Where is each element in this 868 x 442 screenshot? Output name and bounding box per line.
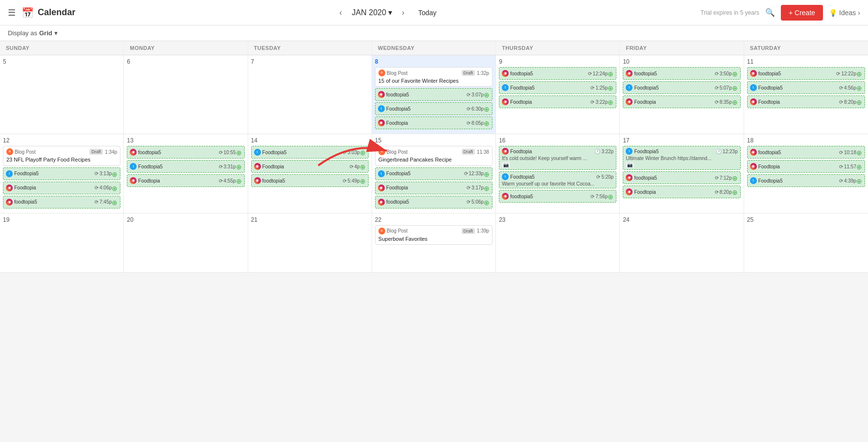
social-sun12-1[interactable]: tFoodtopia5 ⟳3:13p ⊕ bbox=[3, 167, 120, 180]
ig-icon: ◉ bbox=[130, 149, 137, 156]
cell-wed-8: 8 ≡ Blog Post Draft 1:32p 15 of our Favo… bbox=[372, 55, 496, 134]
social-sun12-2[interactable]: ◉Foodtopia ⟳4:06p ⊕ bbox=[3, 182, 120, 194]
cell-thu-16: 16 ◉Foodtopia 🕐3:22p It's cold outside! … bbox=[496, 134, 620, 212]
next-month-button[interactable]: › bbox=[398, 6, 408, 19]
social-thu16-3[interactable]: ◉foodtopia5 ⟳7:56p ⊕ bbox=[499, 190, 616, 203]
social-sun12-3[interactable]: ◉foodtopia5 ⟳7:45p ⊕ bbox=[3, 196, 120, 209]
social-sat11-1[interactable]: ◉foodtopia5 ⟳12:22p ⊕ bbox=[747, 67, 865, 80]
social-wed15-1[interactable]: tFoodtopia5 ⟳12:33p ⊕ bbox=[375, 167, 493, 180]
date-21: 21 bbox=[251, 216, 369, 223]
ig-icon-2: ◉ bbox=[626, 98, 633, 105]
ig-icon-2: ◉ bbox=[130, 177, 137, 184]
social-tue14-2[interactable]: ◉Foodtopia ⟳4p ⊕ bbox=[251, 160, 369, 173]
social-thu16-2[interactable]: tFoodtopia5 ⟳5:20p Warm yourself up our … bbox=[499, 171, 616, 188]
date-6: 6 bbox=[127, 58, 244, 65]
social-thu9-3[interactable]: ◉Foodtopia ⟳3:22p ⊕ bbox=[499, 95, 616, 108]
create-button[interactable]: + Create bbox=[781, 5, 823, 21]
week-row-2: 12 ≡ Blog Post Draft 1:34p 23 NFL Playof… bbox=[0, 134, 868, 213]
day-sunday: SUNDAY bbox=[0, 41, 124, 55]
blog-post-superbowl[interactable]: ≡ Blog Post Draft 1:39p Superbowl Favori… bbox=[375, 225, 493, 245]
add-icon-3[interactable]: ⊕ bbox=[484, 119, 490, 127]
week-row-1: 5 6 7 8 ≡ Blog Post bbox=[0, 55, 868, 134]
social-fri10-3[interactable]: ◉Foodtopia ⟳8:35p ⊕ bbox=[623, 95, 740, 108]
social-event-foodtopia-8-05p[interactable]: ◉ Foodtopia ⟳ 8:05p ⊕ bbox=[375, 116, 493, 129]
social-event-foodtopia5-6-30p[interactable]: t Foodtopia5 ⟳ 6:30p ⊕ bbox=[375, 102, 493, 115]
instagram-icon-2: ◉ bbox=[378, 119, 385, 126]
social-wed15-3[interactable]: ◉foodtopia5 ⟳5:06p ⊕ bbox=[375, 196, 493, 209]
date-14: 14 bbox=[251, 137, 369, 144]
blog-post-header: ≡ Blog Post Draft 1:32p bbox=[378, 70, 489, 76]
ideas-button[interactable]: 💡 Ideas › bbox=[829, 9, 860, 17]
ig-icon-2: ◉ bbox=[502, 98, 509, 105]
ig-icon: ◉ bbox=[502, 70, 509, 77]
cell-sat-25: 25 bbox=[744, 213, 868, 272]
social-event-foodtopia5-3-07p[interactable]: ◉ foodtopia5 ⟳ 3:07p ⊕ bbox=[375, 88, 493, 101]
cell-fri-10: 10 ◉foodtopia5 ⟳3:50p ⊕ tFoodtopia5 ⟳5:0… bbox=[620, 55, 744, 134]
social-fri17-2[interactable]: ◉foodtopia5 ⟳7:12p ⊕ bbox=[623, 171, 740, 184]
date-19: 19 bbox=[3, 216, 120, 223]
hamburger-menu[interactable]: ☰ bbox=[8, 7, 16, 18]
social-tue14-1[interactable]: tFoodtopia5 ⟳3:03p ⊕ bbox=[251, 146, 369, 159]
social-mon13-3[interactable]: ◉Foodtopia ⟳4:55p ⊕ bbox=[127, 174, 244, 187]
social-fri10-1[interactable]: ◉foodtopia5 ⟳3:50p ⊕ bbox=[623, 67, 740, 80]
social-sat18-1[interactable]: ◉foodtopia5 ⟳10:18 ⊕ bbox=[747, 146, 865, 159]
tw-icon: t bbox=[750, 177, 757, 184]
blog-post-nfl[interactable]: ≡ Blog Post Draft 1:34p 23 NFL Playoff P… bbox=[3, 146, 120, 165]
instagram-icon: ◉ bbox=[378, 91, 385, 98]
date-18: 18 bbox=[747, 137, 865, 144]
date-8: 8 bbox=[375, 58, 493, 65]
social-thu16-1[interactable]: ◉Foodtopia 🕐3:22p It's cold outside! Kee… bbox=[499, 146, 616, 170]
superbowl-title: Superbowl Favorites bbox=[378, 235, 427, 242]
app-name: Calendar bbox=[38, 7, 75, 18]
social-wed15-2[interactable]: ◉Foodtopia ⟳3:17p ⊕ bbox=[375, 182, 493, 194]
blog-post-gingerbread[interactable]: ≡ Blog Post Draft 11:38 Gingerbread Panc… bbox=[375, 146, 493, 165]
social-mon13-2[interactable]: tFoodtopia5 ⟳3:31p ⊕ bbox=[127, 160, 244, 173]
header-center: ‹ JAN 2020 ▾ › Today bbox=[335, 6, 440, 19]
social-sat11-3[interactable]: ◉Foodtopia ⟳8:20p ⊕ bbox=[747, 95, 865, 108]
cell-mon-6: 6 bbox=[124, 55, 248, 134]
toolbar: Display as Grid ▾ bbox=[0, 25, 868, 41]
ig-icon-2: ◉ bbox=[502, 193, 509, 200]
tw-icon: t bbox=[502, 84, 509, 91]
day-tuesday: TUESDAY bbox=[248, 41, 372, 55]
date-10: 10 bbox=[623, 58, 740, 65]
month-title[interactable]: JAN 2020 ▾ bbox=[352, 8, 392, 17]
social-fri17-1[interactable]: tFoodtopia5 🕐12:23p Ultimate Winter Brun… bbox=[623, 146, 740, 170]
cell-mon-20: 20 bbox=[124, 213, 248, 272]
cell-fri-24: 24 bbox=[620, 213, 744, 272]
date-15: 15 bbox=[375, 137, 493, 144]
social-tue14-3[interactable]: ◉foodtopia5 ⟳5:49p ⊕ bbox=[251, 174, 369, 187]
social-thu9-1[interactable]: ◉foodtopia5 ⟳12:24p ⊕ bbox=[499, 67, 616, 80]
search-button[interactable]: 🔍 bbox=[765, 8, 775, 17]
day-wednesday: WEDNESDAY bbox=[372, 41, 496, 55]
cell-tue-7: 7 bbox=[248, 55, 372, 134]
today-button[interactable]: Today bbox=[414, 7, 440, 19]
blog-post-winter-recipes[interactable]: ≡ Blog Post Draft 1:32p 15 of our Favori… bbox=[375, 67, 493, 87]
day-thursday: THURSDAY bbox=[496, 41, 620, 55]
social-thu9-2[interactable]: tFoodtopia5 ⟳1:25p ⊕ bbox=[499, 81, 616, 94]
social-mon13-1[interactable]: ◉foodtopia5 ⟳10:55 ⊕ bbox=[127, 146, 244, 159]
social-sat11-2[interactable]: tFoodtopia5 ⟳4:56p ⊕ bbox=[747, 81, 865, 94]
calendar-body: SUNDAY MONDAY TUESDAY WEDNESDAY THURSDAY… bbox=[0, 41, 868, 442]
social-sat18-3[interactable]: tFoodtopia5 ⟳4:39p ⊕ bbox=[747, 174, 865, 187]
cell-tue-21: 21 bbox=[248, 213, 372, 272]
gingerbread-title: Gingerbread Pancakes Recipe bbox=[378, 156, 452, 163]
cell-thu-9: 9 ◉foodtopia5 ⟳12:24p ⊕ tFoodtopia5 ⟳1:2… bbox=[496, 55, 620, 134]
cell-tue-14: 14 tFoodtopia5 ⟳3:03p ⊕ ◉Foodtopia ⟳4p ⊕ bbox=[248, 134, 372, 212]
prev-month-button[interactable]: ‹ bbox=[335, 6, 346, 19]
social-fri17-3[interactable]: ◉Foodtopia ⟳8:20p ⊕ bbox=[623, 186, 740, 198]
tw-icon: t bbox=[378, 170, 385, 177]
cell-sun-12: 12 ≡ Blog Post Draft 1:34p 23 NFL Playof… bbox=[0, 134, 124, 212]
ig-icon: ◉ bbox=[502, 148, 509, 155]
add-icon-2[interactable]: ⊕ bbox=[484, 105, 490, 113]
display-as-control[interactable]: Display as Grid ▾ bbox=[8, 29, 58, 37]
ig-icon: ◉ bbox=[750, 70, 757, 77]
app-header: ☰ 📅 Calendar ‹ JAN 2020 ▾ › Today Trial … bbox=[0, 0, 868, 25]
date-23: 23 bbox=[499, 216, 616, 223]
social-sat18-2[interactable]: ◉Foodtopia ⟳11:57 ⊕ bbox=[747, 160, 865, 173]
rss-icon: ≡ bbox=[378, 228, 385, 234]
social-fri10-2[interactable]: tFoodtopia5 ⟳5:07p ⊕ bbox=[623, 81, 740, 94]
date-22: 22 bbox=[375, 216, 493, 223]
rss-icon: ≡ bbox=[378, 148, 385, 155]
add-icon[interactable]: ⊕ bbox=[484, 91, 490, 99]
